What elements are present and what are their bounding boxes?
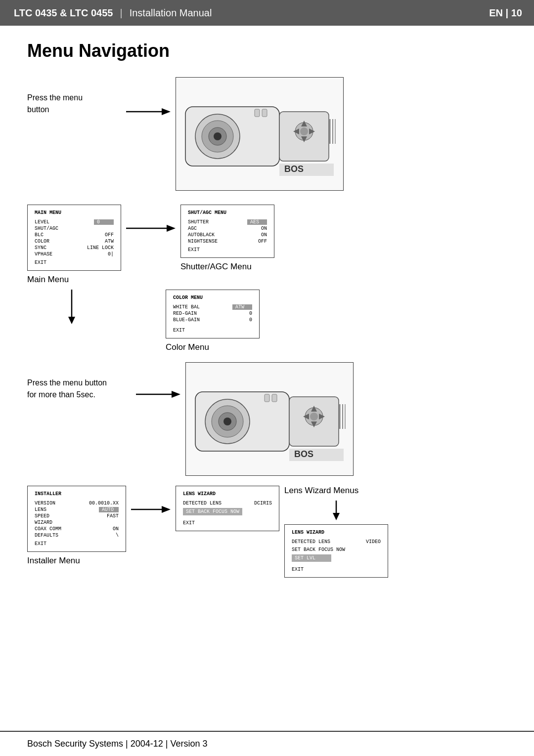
installer-menu-label: Installer Menu [27, 556, 80, 566]
lens-wizard-2-setback-row: SET BACK FOCUS NOW [292, 546, 381, 552]
footer-text: Bosch Security Systems | 2004-12 | Versi… [27, 739, 208, 749]
press-menu-text-2: Press the menu buttonfor more than 5sec. [27, 362, 136, 401]
color-menu-label: Color Menu [166, 342, 209, 352]
camera-illustration-2: BOS [185, 362, 354, 476]
arrow-svg-1 [126, 107, 171, 117]
color-menu-box: COLOR MENU WHITE BAL ATW RED-GAIN 0 BLUE… [166, 290, 260, 338]
installer-menu-section: INSTALLER VERSION 00.0010.XX LENS AUTO S… [27, 486, 126, 566]
svg-marker-1 [162, 108, 171, 115]
svg-marker-24 [68, 317, 75, 324]
main-menu-item-color: COLOR ATW [35, 239, 114, 244]
main-menu-title: MAIN MENU [35, 210, 114, 215]
arrow-down-wrapper [27, 290, 116, 324]
installer-item-version: VERSION 00.0010.XX [35, 501, 119, 506]
lens-wizard-right-col: Lens Wizard Menus LENS WIZARD DETECTED L… [284, 486, 388, 578]
arrow-to-camera-1 [126, 107, 171, 117]
installer-arrow-wrapper [131, 504, 171, 514]
installer-item-wizard: WIZARD [35, 520, 119, 525]
color-item-bluegain: BLUE-GAIN 0 [173, 317, 252, 323]
svg-rect-44 [265, 394, 269, 402]
lens-wizard-2-exit: EXIT [292, 567, 381, 572]
arrow-installer-svg [131, 504, 171, 514]
installer-item-defaults: DEFAULTS \ [35, 533, 119, 538]
header-left: LTC 0435 & LTC 0455 | Installation Manua… [0, 0, 477, 26]
section-title: Menu Navigation [27, 41, 507, 61]
svg-marker-47 [162, 506, 171, 513]
lens-wizard-1-title: LENS WIZARD [183, 491, 272, 497]
lens-wizard-1-setback-row: SET BACK FOCUS NOW [183, 508, 272, 515]
lens-wizard-1-detected: DETECTED LENS DCIRIS [183, 501, 272, 506]
arrow-to-camera-2 [136, 389, 180, 399]
main-menu-item-level: LEVEL 0 [35, 219, 114, 225]
lens-wizard-2-setlvl-row: SET LVL [292, 554, 381, 562]
svg-point-6 [214, 132, 222, 140]
svg-marker-49 [333, 513, 340, 520]
product-code: LTC 0435 & LTC 0455 [14, 7, 113, 19]
lens-wizard-1-exit: EXIT [183, 520, 272, 526]
shutter-menu-section: SHUT/AGC MENU SHUTTER AES AGC ON AUTOBLA… [180, 205, 274, 272]
arrow-down-svg-2 [329, 501, 344, 520]
lens-wizard-1-box: LENS WIZARD DETECTED LENS DCIRIS SET BAC… [176, 486, 279, 531]
svg-text:BOS: BOS [294, 449, 313, 459]
main-menu-item-sync: SYNC LINE LOCK [35, 245, 114, 251]
main-menu-item-shut: SHUT/AGC [35, 226, 114, 231]
shutter-item-shutter: SHUTTER AES [188, 219, 267, 225]
installer-item-lens: LENS AUTO [35, 507, 119, 512]
shutter-item-nightsense: NIGHTSENSE OFF [188, 239, 267, 244]
press-menu-row-2: Press the menu buttonfor more than 5sec. [27, 362, 507, 476]
shutter-item-autoblack: AUTOBLACK ON [188, 232, 267, 238]
arrow-svg-main-shutter [126, 223, 176, 233]
installer-lens-row: INSTALLER VERSION 00.0010.XX LENS AUTO S… [27, 486, 507, 578]
camera-svg-1: BOS [180, 82, 339, 186]
camera-illustration-1: BOS [176, 77, 344, 191]
svg-marker-26 [172, 391, 180, 398]
set-back-focus-highlight-1: SET BACK FOCUS NOW [183, 508, 242, 515]
shutter-menu-exit: EXIT [188, 247, 267, 252]
shutter-menu-box: SHUT/AGC MENU SHUTTER AES AGC ON AUTOBLA… [180, 205, 274, 258]
lens-wizard-2-section: LENS WIZARD DETECTED LENS VIDEO SET BACK… [284, 524, 388, 578]
lens-wizard-1-section: LENS WIZARD DETECTED LENS DCIRIS SET BAC… [176, 486, 279, 531]
camera-svg-2: BOS [190, 367, 349, 471]
installer-menu-box: INSTALLER VERSION 00.0010.XX LENS AUTO S… [27, 486, 126, 552]
svg-marker-22 [167, 225, 176, 232]
color-item-redgain: RED-GAIN 0 [173, 311, 252, 316]
shutter-menu-title: SHUT/AGC MENU [188, 210, 267, 215]
installer-menu-title: INSTALLER [35, 491, 119, 497]
press-menu-text-1: Press the menubutton [27, 77, 126, 116]
main-menu-item-vphase: VPHASE 0| [35, 252, 114, 257]
arrow-down-svg [64, 290, 79, 324]
page-header: LTC 0435 & LTC 0455 | Installation Manua… [0, 0, 534, 26]
svg-rect-20 [262, 109, 267, 117]
color-menu-title: COLOR MENU [173, 295, 252, 300]
installer-menu-exit: EXIT [35, 541, 119, 546]
main-menu-section: MAIN MENU LEVEL 0 SHUT/AGC BLC OFF COLOR… [27, 205, 121, 285]
lens-wizard-2-detected: DETECTED LENS VIDEO [292, 539, 381, 545]
doc-title: Installation Manual [130, 7, 212, 19]
svg-point-31 [223, 418, 231, 425]
installer-item-coax: COAX COMM ON [35, 526, 119, 532]
page-footer: Bosch Security Systems | 2004-12 | Versi… [0, 731, 534, 756]
svg-point-34 [310, 413, 318, 420]
menus-top-row: MAIN MENU LEVEL 0 SHUT/AGC BLC OFF COLOR… [27, 205, 507, 285]
lens-wizard-2-box: LENS WIZARD DETECTED LENS VIDEO SET BACK… [284, 524, 388, 578]
header-separator: | [120, 7, 122, 19]
color-menu-row: COLOR MENU WHITE BAL ATW RED-GAIN 0 BLUE… [27, 290, 507, 352]
main-menu-exit: EXIT [35, 260, 114, 265]
lens-wizard-menus-label: Lens Wizard Menus [284, 486, 388, 496]
color-menu-section: COLOR MENU WHITE BAL ATW RED-GAIN 0 BLUE… [166, 290, 260, 352]
shutter-item-agc: AGC ON [188, 226, 267, 231]
header-page-number: EN | 10 [477, 0, 534, 26]
svg-rect-45 [272, 394, 277, 402]
color-menu-exit: EXIT [173, 328, 252, 333]
main-menu-label: Main Menu [27, 275, 69, 285]
svg-rect-19 [255, 109, 260, 117]
svg-text:BOS: BOS [284, 164, 304, 174]
svg-point-9 [300, 127, 308, 135]
arrow-svg-2 [136, 389, 180, 399]
main-menu-item-blc: BLC OFF [35, 232, 114, 238]
shutter-menu-label: Shutter/AGC Menu [180, 262, 252, 272]
arrow-down-lens-wizard [284, 501, 388, 520]
press-menu-row-1: Press the menubutton [27, 77, 507, 191]
installer-item-speed: SPEED FAST [35, 513, 119, 519]
lens-wizard-2-title: LENS WIZARD [292, 530, 381, 535]
